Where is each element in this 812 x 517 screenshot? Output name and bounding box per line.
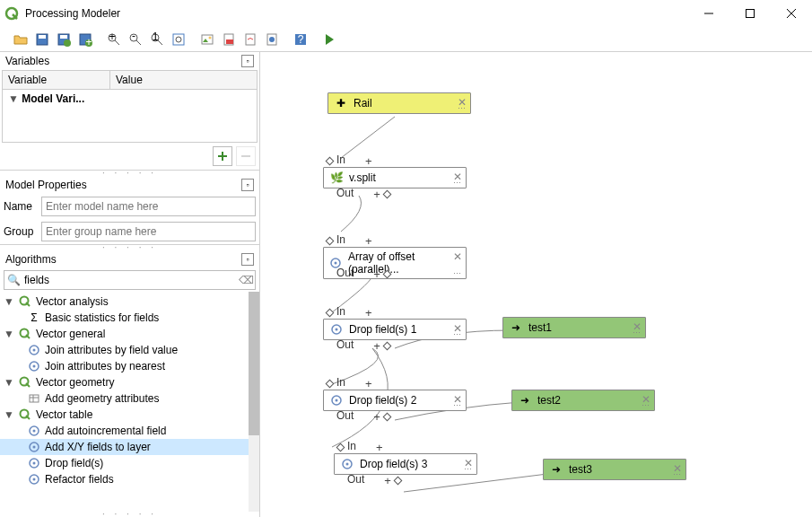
svg-text:-: - — [132, 32, 135, 42]
zoom-extent-button[interactable] — [169, 30, 188, 49]
tree-item[interactable]: ΣBasic statistics for fields — [0, 310, 259, 326]
close-icon[interactable]: ✕ — [453, 250, 462, 259]
port-in[interactable]: In+ — [334, 440, 383, 454]
svg-point-25 — [209, 36, 212, 39]
variable-row[interactable]: ▼ Model Vari... — [3, 90, 257, 108]
model-algorithm-vsplit[interactable]: 🌿v.split ✕⋯ — [323, 167, 467, 188]
search-input[interactable] — [22, 271, 237, 289]
gear-icon — [27, 359, 41, 373]
minimize-button[interactable] — [688, 0, 729, 27]
svg-text:+: + — [109, 32, 115, 43]
drag-handle-icon[interactable]: ⋯ — [453, 403, 462, 408]
svg-text:?: ? — [298, 33, 304, 46]
export-pdf-button[interactable] — [219, 30, 239, 49]
drag-handle-icon[interactable]: ⋯ — [453, 271, 462, 276]
tree-item[interactable]: Join attributes by nearest — [0, 358, 259, 374]
panel-drag-handle[interactable]: · · · · · — [0, 512, 259, 517]
svg-point-58 — [336, 329, 338, 331]
arrow-right-icon: ➜ — [518, 393, 532, 407]
tree-category[interactable]: ▼Vector general — [0, 326, 259, 342]
svg-line-14 — [115, 40, 119, 45]
svg-point-30 — [269, 37, 275, 42]
svg-rect-6 — [39, 35, 46, 39]
tree-item[interactable]: Add X/Y fields to layer — [0, 439, 259, 455]
tree-category[interactable]: ▼Vector table — [0, 407, 259, 423]
port-out[interactable]: Out+ — [336, 338, 394, 353]
drag-handle-icon[interactable]: ⋯ — [453, 332, 462, 337]
model-algorithm-drop3[interactable]: Drop field(s) 3 ✕⋯ — [334, 453, 477, 475]
panel-collapse-icon[interactable]: ▫ — [241, 253, 254, 266]
value-column-header[interactable]: Value — [110, 71, 148, 89]
svg-point-41 — [33, 365, 36, 368]
remove-variable-button[interactable] — [236, 146, 256, 166]
save-button[interactable] — [32, 30, 52, 49]
port-out[interactable]: Out+ — [336, 267, 394, 281]
variable-column-header[interactable]: Variable — [3, 71, 110, 89]
model-canvas[interactable]: ✚Rail ✕⋯ In+ 🌿v.split ✕⋯ Out+ In+ Array … — [260, 52, 812, 517]
grass-icon: 🌿 — [329, 171, 344, 185]
drag-handle-icon[interactable]: ⋯ — [453, 180, 462, 186]
maximize-button[interactable] — [729, 0, 771, 27]
port-in[interactable]: In+ — [323, 376, 372, 390]
model-output-test1[interactable]: ➜test1 ✕⋯ — [502, 317, 646, 338]
panel-collapse-icon[interactable]: ▫ — [241, 179, 254, 191]
run-button[interactable] — [319, 30, 339, 49]
save-project-button[interactable]: + — [75, 30, 95, 49]
svg-point-56 — [335, 262, 337, 265]
model-properties-panel: Model Properties ▫ Name Group — [0, 176, 259, 245]
scrollbar-track[interactable] — [249, 292, 259, 512]
variables-table: Variable Value ▼ Model Vari... — [2, 70, 258, 143]
svg-point-48 — [33, 430, 36, 433]
export-python-button[interactable] — [262, 30, 282, 49]
tree-item[interactable]: Add geometry attributes — [0, 390, 259, 407]
model-algorithm-drop2[interactable]: Drop field(s) 2 ✕⋯ — [323, 390, 467, 411]
variables-title: Variables — [5, 55, 49, 67]
add-variable-button[interactable] — [213, 146, 232, 166]
drag-handle-icon[interactable]: ⋯ — [673, 472, 682, 478]
port-in[interactable]: In+ — [323, 233, 372, 248]
svg-point-50 — [33, 446, 36, 449]
drag-handle-icon[interactable]: ⋯ — [458, 106, 467, 111]
open-button[interactable] — [11, 30, 31, 49]
group-name-input[interactable] — [41, 222, 256, 241]
port-out[interactable]: Out+ — [336, 409, 394, 424]
model-input-rail[interactable]: ✚Rail ✕⋯ — [327, 92, 471, 114]
export-image-button[interactable] — [197, 30, 217, 49]
svg-rect-24 — [202, 35, 213, 44]
model-algorithm-drop1[interactable]: Drop field(s) 1 ✕⋯ — [323, 319, 467, 340]
svg-rect-28 — [246, 34, 255, 45]
close-button[interactable] — [771, 0, 812, 27]
model-name-input[interactable] — [41, 197, 256, 216]
tree-item[interactable]: Refactor fields — [0, 471, 259, 487]
tree-item[interactable]: Join attributes by field value — [0, 342, 259, 358]
panel-collapse-icon[interactable]: ▫ — [241, 55, 254, 67]
svg-line-17 — [136, 40, 141, 45]
port-in[interactable]: In+ — [323, 153, 372, 168]
zoom-in-button[interactable]: + — [104, 30, 124, 49]
zoom-reset-button[interactable]: 1 — [147, 30, 167, 49]
help-button[interactable]: ? — [291, 30, 310, 49]
svg-rect-43 — [30, 395, 39, 402]
tree-item[interactable]: Drop field(s) — [0, 455, 259, 471]
drag-handle-icon[interactable]: ⋯ — [633, 330, 642, 336]
save-as-button[interactable] — [54, 30, 74, 49]
port-in[interactable]: In+ — [323, 305, 372, 320]
algorithms-panel: Algorithms ▫ 🔍 ⌫ ▼Vector analysis ΣBasic… — [0, 250, 259, 512]
clear-search-icon[interactable]: ⌫ — [237, 274, 255, 286]
drag-handle-icon[interactable]: ⋯ — [642, 403, 650, 408]
gear-icon — [27, 440, 41, 454]
port-out[interactable]: Out+ — [336, 187, 394, 201]
model-output-test2[interactable]: ➜test2 ✕⋯ — [511, 390, 655, 411]
drag-handle-icon[interactable]: ⋯ — [464, 467, 473, 472]
scrollbar-thumb[interactable] — [249, 292, 259, 435]
tree-category[interactable]: ▼Vector geometry — [0, 374, 259, 390]
zoom-out-button[interactable]: - — [126, 30, 145, 49]
export-svg-button[interactable] — [240, 30, 260, 49]
tree-item[interactable]: Add autoincremental field — [0, 423, 259, 439]
svg-rect-8 — [60, 35, 67, 39]
model-properties-title: Model Properties — [5, 179, 87, 191]
model-output-test3[interactable]: ➜test3 ✕⋯ — [543, 459, 686, 480]
qgis-icon — [4, 5, 20, 22]
port-out[interactable]: Out+ — [347, 473, 405, 487]
tree-category[interactable]: ▼Vector analysis — [0, 294, 259, 310]
